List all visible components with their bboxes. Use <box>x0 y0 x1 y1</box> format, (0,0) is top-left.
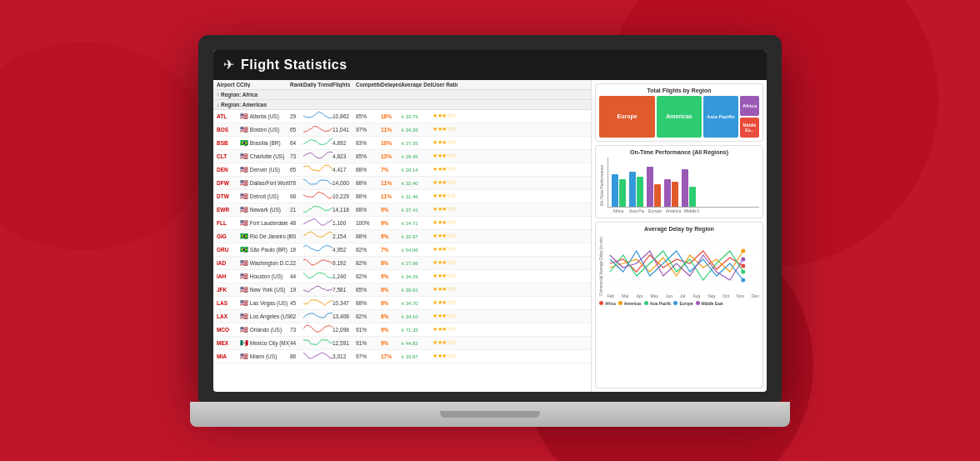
bar-group-asiapacific <box>629 172 643 207</box>
cell-city: 🇺🇸 Fort Lauderdale (US) <box>240 219 290 227</box>
cell-stars: ★★★☆☆ <box>432 339 458 346</box>
table-row: EWR 🇺🇸 Newark (US) 21 14,118 88% 9% ∧ 37… <box>213 203 591 217</box>
line-chart-area <box>607 234 759 293</box>
cell-stars: ★★★☆☆ <box>432 166 458 173</box>
table-row: BSB 🇧🇷 Brasília (BR) 64 4,892 83% 10% ∧ … <box>213 137 591 150</box>
cell-code: JFK <box>217 287 240 293</box>
legend-dot-americas <box>618 301 622 305</box>
cell-avg: ∧ 44.82 <box>401 340 432 346</box>
screen-bezel: ✈ Flight Statistics Airport Code City Ra… <box>198 35 782 402</box>
cell-delay: 9% <box>381 220 401 226</box>
cell-code: LAS <box>217 300 240 306</box>
cell-delay: 8% <box>381 287 401 293</box>
region-americas: Americas <box>657 96 702 138</box>
cell-flights: 4,892 <box>332 140 356 146</box>
cell-stars: ★★★☆☆ <box>432 353 458 359</box>
cell-avg: ∧ 39.61 <box>401 287 432 293</box>
legend-dot-europe <box>673 301 678 305</box>
bar-africa-2 <box>619 179 626 207</box>
cell-flights: 10,347 <box>332 300 356 306</box>
chart-legend: Africa Americas Asia Pacific <box>599 301 759 306</box>
bar-africa-1 <box>612 174 618 207</box>
cell-stars: ★★★☆☆ <box>432 313 458 319</box>
cell-sparkline <box>303 284 332 294</box>
col-avg: Average Delay Min. <box>401 82 432 88</box>
cell-rank: 48 <box>290 220 303 226</box>
cell-flights: 9,192 <box>332 260 356 266</box>
table-row: JFK 🇺🇸 New York (US) 19 7,581 85% 8% ∧ 3… <box>213 283 591 297</box>
legend-asiapacific: Asia Pacific <box>644 301 672 306</box>
svg-point-4 <box>742 263 746 268</box>
cell-delay: 7% <box>381 167 401 173</box>
table-row: LAX 🇺🇸 Los Angeles (US) 62 13,408 82% 8%… <box>213 310 591 323</box>
x-label-mar: Mar <box>622 293 629 298</box>
cell-avg: ∧ 34.10 <box>401 313 432 319</box>
laptop-notch <box>440 411 540 418</box>
cell-rank: 64 <box>290 140 303 146</box>
cell-code: FLL <box>217 220 240 226</box>
cell-rank: 60 <box>290 233 303 239</box>
cell-stars: ★★★☆☆ <box>432 299 458 306</box>
cell-sparkline <box>303 164 332 174</box>
avg-delay-title: Average Delay by Region <box>599 226 759 232</box>
cell-stars: ★★★☆☆ <box>432 286 458 293</box>
cell-avg: ∧ 32.97 <box>401 233 432 239</box>
bar-group-middleeast <box>682 169 696 207</box>
cell-avg: ∧ 33.79 <box>401 113 432 119</box>
cell-code: MEX <box>217 340 240 346</box>
legend-africa: Africa <box>599 301 616 306</box>
cell-avg: ∧ 32.40 <box>401 180 432 186</box>
col-comp: Competitors <box>356 82 381 88</box>
cell-city: 🇲🇽 Mexico City (MX) <box>240 339 290 347</box>
cell-rank: 19 <box>290 287 303 293</box>
col-city: City <box>240 82 290 88</box>
cell-comp: 91% <box>356 327 381 333</box>
table-row: DEN 🇺🇸 Denver (US) 65 4,417 88% 7% ∧ 26.… <box>213 163 591 177</box>
cell-sparkline <box>303 204 332 214</box>
cell-city: 🇺🇸 New York (US) <box>240 286 290 293</box>
cell-delay: 7% <box>381 247 401 253</box>
cell-code: LAX <box>217 313 240 319</box>
app-header: ✈ Flight Statistics <box>213 50 767 80</box>
cell-sparkline <box>303 311 332 321</box>
data-table: Airport Code City Rank Daily Trend Fligh… <box>213 80 592 392</box>
cell-sparkline <box>303 231 332 241</box>
cell-stars: ★★★☆☆ <box>432 219 458 226</box>
table-row: CLT 🇺🇸 Charlotte (US) 73 4,823 85% 13% ∧… <box>213 150 591 163</box>
x-label-nov: Nov <box>737 293 744 298</box>
cell-stars: ★★★☆☆ <box>432 206 458 213</box>
cell-sparkline <box>303 124 332 134</box>
x-label-aug: Aug <box>692 293 700 298</box>
cell-comp: 82% <box>356 247 381 253</box>
bar-europe-2 <box>654 184 661 207</box>
cell-comp: 83% <box>356 140 381 146</box>
region-europe: Europe <box>599 96 655 138</box>
bar-americas-1 <box>664 179 671 207</box>
cell-flights: 4,952 <box>332 247 356 253</box>
cell-delay: 11% <box>381 193 401 199</box>
cell-stars: ★★★☆☆ <box>432 126 458 133</box>
cell-delay: 9% <box>381 233 401 239</box>
app-title: Flight Statistics <box>241 58 348 73</box>
cell-avg: ∧ 27.35 <box>401 140 432 146</box>
bar-group-americas <box>664 179 678 207</box>
cell-code: DTW <box>217 193 240 199</box>
cell-delay: 10% <box>381 140 401 146</box>
cell-code: ATL <box>217 113 240 119</box>
cell-city: 🇺🇸 Washington D.C. (US) <box>240 259 290 267</box>
legend-label-africa: Africa <box>605 301 616 306</box>
cell-city: 🇺🇸 Charlotte (US) <box>240 153 290 160</box>
avg-delay-chart: Average Delay by Region Commercial Avera… <box>595 222 763 388</box>
cell-city: 🇺🇸 Las Vegas (US) <box>240 299 290 307</box>
bar-label-me: Middle East <box>684 208 699 213</box>
cell-delay: 9% <box>381 340 401 346</box>
x-label-jun: Jun <box>666 293 672 298</box>
cell-stars: ★★★☆☆ <box>432 153 458 159</box>
cell-sparkline <box>303 351 332 361</box>
cell-avg: ∧ 34.29 <box>401 273 432 279</box>
table-row: MEX 🇲🇽 Mexico City (MX) 44 12,591 91% 9%… <box>213 337 591 350</box>
table-row: FLL 🇺🇸 Fort Lauderdale (US) 48 1,160 100… <box>213 217 591 230</box>
x-label-apr: Apr <box>637 293 643 298</box>
region-middle-east: Middle Ea... <box>740 118 759 138</box>
cell-sparkline <box>303 178 332 188</box>
